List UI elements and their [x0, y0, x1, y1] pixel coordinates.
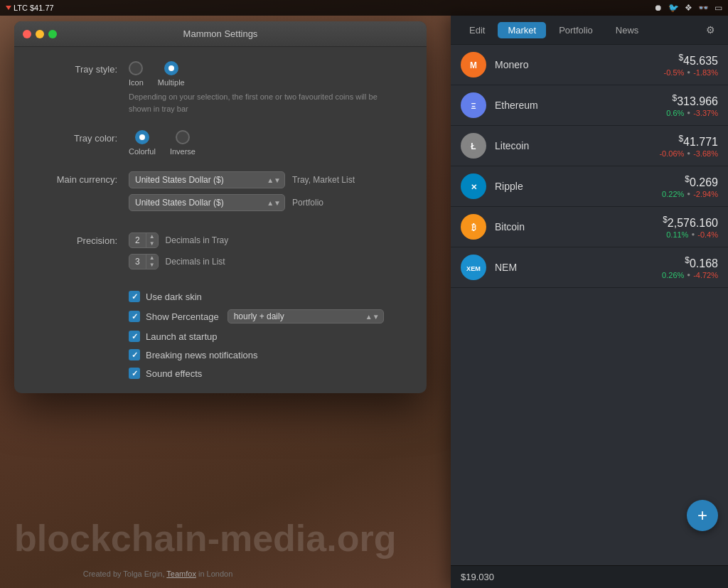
ltc-price-badge: LTC $41.77: [6, 4, 54, 12]
precision-list-stepper[interactable]: 3 ▲ ▼: [129, 254, 159, 269]
currency-tray-row: United States Dollar ($) ▲▼ Tray, Market…: [129, 171, 405, 188]
minimize-button[interactable]: [36, 30, 44, 38]
svg-text:Ł: Ł: [471, 141, 476, 151]
tray-color-row: Tray color: Colorful Inverse: [36, 130, 405, 156]
add-coin-button[interactable]: +: [687, 500, 718, 531]
market-panel: Edit Market Portfolio News ⚙ M Monero $4…: [451, 16, 728, 588]
precision-list-up-button[interactable]: ▲: [146, 255, 158, 262]
tray-style-multiple-option[interactable]: Multiple: [158, 61, 185, 87]
breaking-news-checkbox[interactable]: [129, 349, 140, 360]
tray-style-content: Icon Multiple Depending on your selectio…: [129, 61, 405, 114]
ripple-price: $0.269: [662, 174, 718, 189]
close-button[interactable]: [23, 30, 31, 38]
checkbox-launch-startup[interactable]: Launch at startup: [129, 331, 405, 342]
sound-effects-checkbox[interactable]: [129, 368, 140, 379]
currency-row: Main currency: United States Dollar ($) …: [36, 171, 405, 217]
dropbox-icon: ❖: [685, 3, 692, 13]
precision-row: Precision: 2 ▲ ▼ Decimals in Tray 3: [36, 232, 405, 275]
maximize-button[interactable]: [48, 30, 57, 38]
checkbox-dark-skin[interactable]: Use dark skin: [129, 291, 405, 302]
precision-tray-up-button[interactable]: ▲: [146, 233, 158, 240]
litecoin-price: $41.771: [659, 134, 718, 149]
tray-color-content: Colorful Inverse: [129, 130, 405, 156]
litecoin-icon: Ł: [461, 133, 486, 159]
settings-gear-button[interactable]: ⚙: [702, 21, 719, 38]
menubar: LTC $41.77 ⏺ 🐦 ❖ 👓 ▭: [0, 0, 728, 16]
window-controls: [23, 30, 57, 38]
currency-portfolio-sublabel: Portfolio: [292, 198, 323, 208]
litecoin-change-1h: -0.06%: [659, 149, 684, 158]
precision-list-value: 3: [129, 255, 146, 269]
precision-tray-buttons: ▲ ▼: [146, 233, 158, 247]
currency-portfolio-select[interactable]: United States Dollar ($): [129, 194, 285, 211]
tray-style-icon-radio[interactable]: [129, 61, 143, 75]
tray-style-row: Tray style: Icon Multiple Depending on y…: [36, 61, 405, 114]
litecoin-changes: -0.06% ● -3.68%: [659, 149, 718, 158]
tab-market[interactable]: Market: [498, 22, 546, 38]
precision-list-buttons: ▲ ▼: [146, 255, 158, 269]
tray-color-colorful-radio[interactable]: [135, 130, 149, 144]
svg-text:₿: ₿: [471, 223, 476, 232]
precision-content: 2 ▲ ▼ Decimals in Tray 3 ▲ ▼: [129, 232, 405, 275]
tray-color-radio-group: Colorful Inverse: [129, 130, 405, 156]
checkbox-sound-effects[interactable]: Sound effects: [129, 368, 405, 379]
precision-tray-value: 2: [129, 233, 146, 247]
launch-startup-checkbox[interactable]: [129, 331, 140, 342]
dark-skin-label: Use dark skin: [146, 292, 202, 302]
tray-color-inverse-label: Inverse: [170, 147, 196, 156]
svg-text:✕: ✕: [471, 183, 477, 191]
svg-text:M: M: [470, 60, 477, 70]
tray-color-colorful-label: Colorful: [129, 147, 156, 156]
teamfox-link[interactable]: Teamfox: [166, 570, 196, 578]
currency-label: Main currency:: [36, 171, 117, 185]
nem-price: $0.168: [662, 255, 718, 270]
ripple-icon: ✕: [461, 173, 486, 199]
checkbox-show-percentage[interactable]: Show Percentage hourly + daily hourly da…: [129, 309, 405, 324]
breaking-news-label: Breaking news notifications: [146, 350, 258, 360]
nem-icon: XEM: [461, 255, 486, 280]
currency-portfolio-row: United States Dollar ($) ▲▼ Portfolio: [129, 194, 405, 211]
coin-row-monero[interactable]: M Monero $45.635 -0.5% ● -1.83%: [451, 45, 728, 85]
checkbox-breaking-news[interactable]: Breaking news notifications: [129, 349, 405, 360]
currency-tray-sublabel: Tray, Market List: [292, 175, 355, 185]
frequency-select[interactable]: hourly + daily hourly daily: [228, 309, 384, 324]
tray-style-multiple-radio[interactable]: [164, 61, 178, 75]
ltc-label: LTC: [14, 4, 28, 12]
tray-color-colorful-option[interactable]: Colorful: [129, 130, 156, 156]
precision-list-down-button[interactable]: ▼: [146, 262, 158, 269]
nem-change-24h: -4.72%: [693, 271, 718, 279]
coin-row-ethereum[interactable]: Ξ Ethereum $313.966 0.6% ● -3.37%: [451, 85, 728, 126]
coin-row-nem[interactable]: XEM NEM $0.168 0.26% ● -4.72%: [451, 247, 728, 288]
ethereum-change-1h: 0.6%: [666, 109, 684, 117]
ltc-triangle-icon: [6, 6, 11, 10]
precision-tray-down-button[interactable]: ▼: [146, 240, 158, 247]
ethereum-change-24h: -3.37%: [693, 109, 718, 117]
tray-style-icon-option[interactable]: Icon: [129, 61, 144, 87]
tray-style-label: Tray style:: [36, 61, 117, 75]
precision-tray-stepper[interactable]: 2 ▲ ▼: [129, 232, 159, 248]
panel-tabs: Edit Market Portfolio News ⚙: [451, 16, 728, 45]
bitcoin-price: $2,576.160: [663, 215, 718, 230]
bottom-price: $19.030: [461, 572, 494, 582]
precision-list-label: Decimals in List: [166, 257, 225, 267]
coin-row-bitcoin[interactable]: ₿ Bitcoin $2,576.160 0.11% ● -0.4%: [451, 207, 728, 247]
tab-news[interactable]: News: [606, 22, 649, 38]
tab-edit[interactable]: Edit: [459, 22, 495, 38]
ethereum-price-block: $313.966 0.6% ● -3.37%: [666, 93, 718, 117]
nem-changes: 0.26% ● -4.72%: [662, 271, 718, 279]
coin-row-ripple[interactable]: ✕ Ripple $0.269 0.22% ● -2.94%: [451, 166, 728, 207]
currency-tray-select[interactable]: United States Dollar ($): [129, 171, 285, 188]
record-icon: ⏺: [654, 3, 663, 13]
monero-change-24h: -1.83%: [693, 68, 718, 77]
tray-style-icon-label: Icon: [129, 78, 144, 87]
tray-color-inverse-option[interactable]: Inverse: [170, 130, 196, 156]
coin-row-litecoin[interactable]: Ł Litecoin $41.771 -0.06% ● -3.68%: [451, 126, 728, 166]
tray-color-inverse-radio[interactable]: [176, 130, 190, 144]
launch-startup-label: Launch at startup: [146, 331, 217, 342]
nem-change-1h: 0.26%: [662, 271, 684, 279]
tab-portfolio[interactable]: Portfolio: [549, 22, 603, 38]
show-percentage-checkbox[interactable]: [129, 311, 140, 322]
tray-style-multiple-label: Multiple: [158, 78, 185, 87]
litecoin-name: Litecoin: [495, 140, 651, 151]
dark-skin-checkbox[interactable]: [129, 291, 140, 302]
